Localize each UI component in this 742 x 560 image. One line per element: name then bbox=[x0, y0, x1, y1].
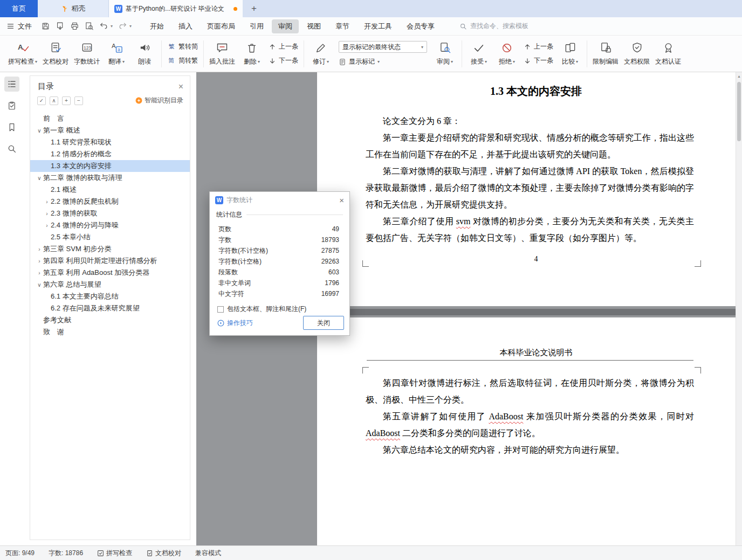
track-changes-button[interactable]: 修订▾ bbox=[307, 38, 335, 70]
toc-item[interactable]: ›第五章 利用 AdaBoost 加强分类器 bbox=[30, 267, 190, 279]
toc-right-arrow-icon[interactable]: › bbox=[36, 270, 43, 276]
menu-tab-page-layout[interactable]: 页面布局 bbox=[201, 19, 242, 33]
bookmark-panel-button[interactable] bbox=[4, 120, 19, 135]
insert-comment-button[interactable]: 插入批注 bbox=[207, 38, 238, 70]
toc-item[interactable]: 1.1 研究背景和现状 bbox=[30, 136, 190, 148]
menu-tab-start[interactable]: 开始 bbox=[143, 19, 170, 33]
toc-select-icon[interactable]: ✓ bbox=[37, 96, 46, 105]
doc-proof-button[interactable]: 文档校对 bbox=[40, 38, 71, 70]
export-icon[interactable] bbox=[55, 22, 65, 31]
home-tab[interactable]: 首页 bbox=[0, 0, 38, 17]
next-comment-button[interactable]: 下一条 bbox=[269, 56, 298, 65]
toc-item[interactable]: 致 谢 bbox=[30, 326, 190, 338]
menu-tab-view[interactable]: 视图 bbox=[300, 19, 327, 33]
close-button[interactable]: 关闭 bbox=[303, 316, 344, 330]
scroll-up-icon[interactable]: ▲ bbox=[736, 72, 742, 80]
toc-right-arrow-icon[interactable]: › bbox=[43, 223, 51, 229]
dialog-titlebar[interactable]: W 字数统计 × bbox=[210, 192, 349, 208]
checkbox-icon[interactable] bbox=[217, 306, 224, 313]
review-button[interactable]: 审阅▾ bbox=[431, 38, 459, 70]
show-markup-button[interactable]: 显示标记 ▾ bbox=[339, 57, 427, 66]
save-icon[interactable] bbox=[40, 22, 50, 31]
reject-button[interactable]: 拒绝▾ bbox=[493, 38, 521, 70]
trad-to-simp-button[interactable]: 繁 繁转简 bbox=[167, 42, 198, 51]
new-tab-button[interactable]: + bbox=[243, 0, 265, 17]
status-words[interactable]: 字数: 18786 bbox=[49, 549, 83, 558]
toc-item[interactable]: 6.1 本文主要内容总结 bbox=[30, 291, 190, 302]
doc-permission-button[interactable]: 文档权限 bbox=[621, 38, 652, 70]
menu-tab-member[interactable]: 会员专享 bbox=[400, 19, 441, 33]
undo-dropdown-icon[interactable]: ▾ bbox=[111, 24, 113, 29]
prev-comment-button[interactable]: 上一条 bbox=[269, 42, 298, 51]
dialog-close-icon[interactable]: × bbox=[339, 196, 344, 204]
toc-item[interactable]: ›第四章 利用贝叶斯定理进行情感分析 bbox=[30, 255, 190, 267]
toc-right-arrow-icon[interactable]: › bbox=[43, 211, 51, 217]
print-preview-icon[interactable] bbox=[84, 22, 94, 31]
word-count-button[interactable]: 123 字数统计 bbox=[71, 38, 102, 70]
toc-close-icon[interactable]: × bbox=[178, 82, 183, 91]
toc-item[interactable]: ›2.3 微博的获取 bbox=[30, 208, 190, 219]
vertical-scrollbar[interactable]: ▲ bbox=[736, 72, 742, 545]
scrollbar-thumb[interactable] bbox=[737, 82, 741, 141]
include-footnotes-checkbox[interactable]: 包括文本框、脚注和尾注(F) bbox=[217, 305, 349, 314]
toc-collapse-all-icon[interactable]: − bbox=[74, 96, 83, 105]
smart-toc-button[interactable]: 智能识别目录 bbox=[135, 96, 183, 105]
toc-expand-all-icon[interactable]: + bbox=[62, 96, 71, 105]
print-icon[interactable] bbox=[70, 22, 79, 31]
file-menu-button[interactable]: 文件 bbox=[0, 22, 37, 31]
outline-panel-button[interactable] bbox=[4, 77, 19, 92]
menu-tab-section[interactable]: 章节 bbox=[329, 19, 356, 33]
redo-dropdown-icon[interactable]: ▾ bbox=[129, 24, 132, 29]
menu-tab-insert[interactable]: 插入 bbox=[172, 19, 199, 33]
toc-item[interactable]: ∨第六章 总结与展望 bbox=[30, 279, 190, 291]
document-page-1[interactable]: 1.3 本文的内容安排 论文全文分为 6 章：第一章主要是介绍研究的背景和研究现… bbox=[317, 72, 742, 306]
simp-to-trad-button[interactable]: 简 简转繁 bbox=[167, 56, 198, 65]
menu-tab-references[interactable]: 引用 bbox=[243, 19, 270, 33]
toc-item[interactable]: ∨第二章 微博的获取与清理 bbox=[30, 172, 190, 184]
toc-item[interactable]: 参考文献 bbox=[30, 314, 190, 326]
document-tab[interactable]: W 基于Python的...研究设计 毕业论文 bbox=[109, 0, 243, 17]
toc-item[interactable]: 6.2 存在问题及未来研究展望 bbox=[30, 302, 190, 314]
spell-check-button[interactable]: A 拼写检查▾ bbox=[5, 38, 40, 70]
markup-state-select[interactable]: 显示标记的最终状态 ▾ bbox=[339, 41, 427, 53]
toc-item[interactable]: ∨第一章 概述 bbox=[30, 125, 190, 136]
menu-tab-dev-tools[interactable]: 开发工具 bbox=[358, 19, 399, 33]
find-panel-button[interactable] bbox=[4, 141, 19, 156]
proof-panel-button[interactable] bbox=[4, 98, 19, 113]
toc-item[interactable]: ›第三章 SVM 初步分类 bbox=[30, 243, 190, 255]
accept-button[interactable]: 接受▾ bbox=[465, 38, 493, 70]
delete-button[interactable]: 删除▾ bbox=[238, 38, 266, 70]
prev-change-button[interactable]: 上一条 bbox=[524, 42, 553, 51]
compare-button[interactable]: 比较▾ bbox=[556, 38, 584, 70]
toc-down-arrow-icon[interactable]: ∨ bbox=[36, 175, 43, 181]
status-doc-proof[interactable]: 文档校对 bbox=[146, 549, 181, 558]
toc-collapse-icon[interactable]: ∧ bbox=[50, 96, 58, 105]
toc-item[interactable]: 2.5 本章小结 bbox=[30, 231, 190, 243]
toc-item[interactable]: 1.2 情感分析的概念 bbox=[30, 148, 190, 160]
toc-item[interactable]: ›2.4 微博的分词与降噪 bbox=[30, 219, 190, 231]
toc-right-arrow-icon[interactable]: › bbox=[36, 246, 43, 252]
status-compat-mode[interactable]: 兼容模式 bbox=[195, 549, 221, 558]
translate-button[interactable]: Aa 翻译▾ bbox=[102, 38, 130, 70]
toc-item[interactable]: 前 言 bbox=[30, 113, 190, 125]
status-spell-check[interactable]: 拼写检查 bbox=[97, 549, 132, 558]
toc-down-arrow-icon[interactable]: ∨ bbox=[36, 282, 43, 288]
doc-certify-button[interactable]: 文档认证 bbox=[652, 38, 684, 70]
toc-down-arrow-icon[interactable]: ∨ bbox=[36, 128, 43, 134]
docer-tab[interactable]: 稻壳 bbox=[38, 0, 109, 17]
status-page[interactable]: 页面: 9/49 bbox=[5, 549, 35, 558]
menu-tab-review[interactable]: 审阅 bbox=[272, 19, 299, 33]
toc-right-arrow-icon[interactable]: › bbox=[36, 258, 43, 264]
redo-icon[interactable] bbox=[118, 22, 127, 31]
restrict-edit-button[interactable]: 限制编辑 bbox=[590, 38, 621, 70]
document-page-2[interactable]: 本科毕业论文说明书 第四章针对微博进行标注，然后选取特征词，在使用贝叶斯分类，将… bbox=[317, 317, 742, 545]
next-change-button[interactable]: 下一条 bbox=[524, 56, 553, 65]
toc-right-arrow-icon[interactable]: › bbox=[43, 199, 51, 205]
undo-icon[interactable] bbox=[99, 22, 108, 31]
command-search[interactable]: 查找命令、搜索模板 bbox=[459, 22, 528, 31]
toc-item[interactable]: 1.3 本文的内容安排 bbox=[30, 160, 190, 172]
tips-link[interactable]: 操作技巧 bbox=[217, 319, 253, 328]
toc-item[interactable]: 2.1 概述 bbox=[30, 184, 190, 196]
read-aloud-button[interactable]: 朗读 bbox=[130, 38, 159, 70]
toc-item[interactable]: ›2.2 微博的反爬虫机制 bbox=[30, 196, 190, 208]
